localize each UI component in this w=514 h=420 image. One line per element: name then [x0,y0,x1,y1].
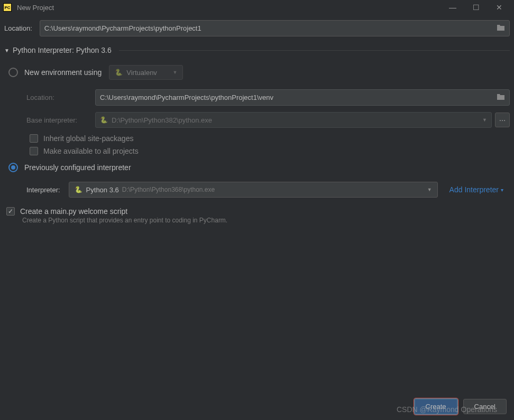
window-title: New Project [17,4,54,12]
main-script-hint: Create a Python script that provides an … [22,217,510,224]
cancel-button[interactable]: Cancel [463,399,507,414]
env-type-dropdown[interactable]: Virtualenv ▼ [109,65,183,80]
chevron-down-icon: ▼ [482,117,487,123]
new-env-radio-row: New environment using Virtualenv ▼ [8,65,510,80]
location-value: C:\Users\raymond\PycharmProjects\pythonP… [44,24,201,32]
interpreter-label: Interpreter: [26,186,60,194]
main-script-checkbox[interactable] [6,207,15,216]
inherit-checkbox[interactable] [30,134,38,143]
main-script-label: Create a main.py welcome script [20,207,127,216]
interpreter-header-label: Python Interpreter: Python 3.6 [13,46,112,54]
new-env-section: Location: C:\Users\raymond\PycharmProjec… [26,89,510,155]
footer: Create Cancel [414,398,507,415]
chevron-down-icon: ▼ [172,70,177,75]
new-env-radio[interactable] [8,68,18,77]
base-interp-label: Base interpreter: [26,116,95,124]
python-icon [115,68,123,77]
folder-icon[interactable] [497,93,505,102]
chevron-down-icon: ▼ [427,187,432,192]
browse-button[interactable]: … [495,113,510,127]
base-interp-dropdown[interactable]: D:\Python\Python382\python.exe ▼ [95,112,492,128]
maximize-icon[interactable]: ☐ [470,3,482,12]
prev-conf-radio-row: Previously configured interpreter [8,163,510,172]
main-script-row: Create a main.py welcome script [6,207,510,216]
env-type-value: Virtualenv [126,69,157,77]
python-icon [100,116,108,124]
titlebar: PC New Project — ☐ ✕ [0,0,514,15]
interpreter-name: Python 3.6 [86,186,119,194]
folder-icon[interactable] [497,24,505,33]
interpreter-row: Interpreter: Python 3.6 D:\Python\Python… [26,182,510,198]
new-env-label: New environment using [24,68,102,77]
make-available-checkbox[interactable] [30,147,38,155]
interpreter-dropdown[interactable]: Python 3.6 D:\Python\Python368\python.ex… [69,182,438,198]
minimize-icon[interactable]: — [446,3,459,12]
app-icon: PC [3,3,12,12]
add-interpreter-link[interactable]: Add Interpreter ▾ [449,185,503,194]
add-interpreter-label: Add Interpreter [449,185,499,194]
interpreter-collapse-header[interactable]: ▼ Python Interpreter: Python 3.6 [4,46,510,54]
prev-conf-radio[interactable] [8,163,18,172]
window-controls: — ☐ ✕ [446,3,511,12]
make-available-label: Make available to all projects [43,147,139,155]
interpreter-path: D:\Python\Python368\python.exe [122,186,215,193]
location-input[interactable]: C:\Users\raymond\PycharmProjects\pythonP… [40,20,510,36]
chevron-down-icon: ▾ [501,187,503,193]
location-label: Location: [4,24,32,32]
env-location-label: Location: [26,94,95,101]
location-row: Location: C:\Users\raymond\PycharmProjec… [4,20,510,36]
separator-line [119,50,510,51]
inherit-label: Inherit global site-packages [43,134,133,143]
env-location-value: C:\Users\raymond\PycharmProjects\pythonP… [100,94,273,101]
create-button[interactable]: Create [414,398,458,415]
python-icon [75,185,83,194]
env-location-input[interactable]: C:\Users\raymond\PycharmProjects\pythonP… [95,89,510,106]
chevron-down-icon[interactable]: ▼ [4,48,10,53]
close-icon[interactable]: ✕ [493,3,506,12]
base-interp-value: D:\Python\Python382\python.exe [112,116,212,124]
prev-conf-label: Previously configured interpreter [24,163,131,172]
